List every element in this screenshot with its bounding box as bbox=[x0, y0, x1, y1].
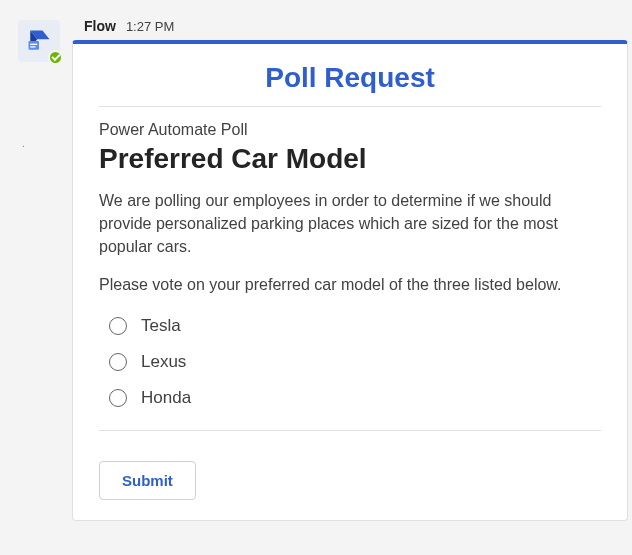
poll-option-lexus[interactable]: Lexus bbox=[109, 344, 601, 380]
poll-subtitle: Power Automate Poll bbox=[99, 121, 601, 139]
poll-option-honda[interactable]: Honda bbox=[109, 380, 601, 416]
divider-top bbox=[99, 106, 601, 107]
poll-heading: Preferred Car Model bbox=[99, 143, 601, 175]
sender-name: Flow bbox=[84, 18, 116, 34]
presence-available-icon bbox=[48, 50, 63, 65]
radio-icon bbox=[109, 389, 127, 407]
svg-rect-2 bbox=[30, 46, 35, 47]
sender-row: Flow 1:27 PM bbox=[72, 0, 628, 40]
avatar-wrapper bbox=[18, 20, 60, 62]
poll-option-tesla[interactable]: Tesla bbox=[109, 308, 601, 344]
adaptive-card: Poll Request Power Automate Poll Preferr… bbox=[72, 40, 628, 521]
svg-rect-1 bbox=[30, 44, 37, 45]
radio-icon bbox=[109, 317, 127, 335]
flow-icon bbox=[25, 27, 53, 55]
poll-options: Tesla Lexus Honda bbox=[99, 308, 601, 416]
poll-description: We are polling our employees in order to… bbox=[99, 189, 601, 259]
poll-instruction: Please vote on your preferred car model … bbox=[99, 273, 601, 296]
submit-button[interactable]: Submit bbox=[99, 461, 196, 500]
submit-row: Submit bbox=[99, 431, 601, 500]
card-body: Poll Request Power Automate Poll Preferr… bbox=[73, 44, 627, 520]
message-main: Flow 1:27 PM Poll Request Power Automate… bbox=[72, 0, 632, 555]
sender-time: 1:27 PM bbox=[126, 19, 174, 34]
option-label: Lexus bbox=[141, 352, 186, 372]
message-container: Flow 1:27 PM Poll Request Power Automate… bbox=[0, 0, 632, 555]
poll-title: Poll Request bbox=[99, 62, 601, 94]
overflow-indicator: . bbox=[22, 138, 25, 149]
avatar-column bbox=[0, 0, 72, 555]
option-label: Tesla bbox=[141, 316, 181, 336]
option-label: Honda bbox=[141, 388, 191, 408]
svg-rect-0 bbox=[29, 41, 40, 50]
radio-icon bbox=[109, 353, 127, 371]
